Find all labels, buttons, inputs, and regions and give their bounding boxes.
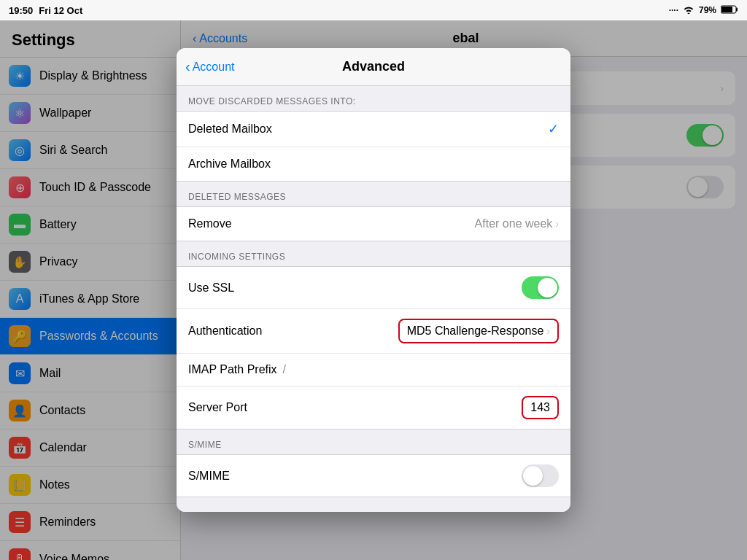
- row-remove[interactable]: Remove After one week ›: [177, 207, 570, 241]
- authentication-label: Authentication: [188, 324, 262, 338]
- remove-label: Remove: [188, 217, 232, 230]
- modal-nav: ‹ Account Advanced: [177, 48, 570, 86]
- row-deleted-mailbox[interactable]: Deleted Mailbox ✓: [177, 112, 570, 147]
- overlay: ‹ Account Advanced MOVE DISCARDED MESSAG…: [0, 0, 747, 560]
- server-port-value: 143: [530, 401, 550, 414]
- imap-path-label: IMAP Path Prefix: [188, 363, 277, 376]
- row-archive-mailbox[interactable]: Archive Mailbox: [177, 147, 570, 181]
- section-deleted-messages-header: DELETED MESSAGES: [177, 182, 570, 206]
- smime-label: S/MIME: [188, 470, 230, 483]
- imap-path-value: /: [283, 363, 286, 376]
- section-move-discarded: MOVE DISCARDED MESSAGES INTO: Deleted Ma…: [177, 86, 570, 182]
- svg-rect-1: [736, 7, 738, 11]
- svg-rect-2: [721, 7, 732, 12]
- section-incoming-group: Use SSL Authentication MD5 Challenge-Res…: [177, 266, 570, 429]
- authentication-value-highlight: MD5 Challenge-Response ›: [398, 319, 559, 343]
- row-server-port[interactable]: Server Port 143: [177, 386, 570, 429]
- remove-value-text: After one week: [475, 217, 553, 230]
- section-smime-header: S/MIME: [177, 429, 570, 454]
- row-use-ssl[interactable]: Use SSL: [177, 267, 570, 309]
- section-deleted-messages: DELETED MESSAGES Remove After one week ›: [177, 182, 570, 241]
- use-ssl-label: Use SSL: [188, 281, 234, 295]
- section-move-discarded-group: Deleted Mailbox ✓ Archive Mailbox: [177, 111, 570, 182]
- section-incoming-header: INCOMING SETTINGS: [177, 241, 570, 266]
- modal-back-button[interactable]: ‹ Account: [185, 58, 234, 75]
- advanced-modal: ‹ Account Advanced MOVE DISCARDED MESSAG…: [177, 48, 570, 512]
- status-bar: 19:50 Fri 12 Oct ···· 79%: [0, 0, 747, 20]
- ssl-toggle[interactable]: [522, 276, 559, 299]
- server-port-label: Server Port: [188, 401, 522, 414]
- modal-back-label: Account: [193, 61, 235, 74]
- section-move-discarded-header: MOVE DISCARDED MESSAGES INTO:: [177, 86, 570, 111]
- smime-toggle[interactable]: [522, 464, 559, 487]
- signal-icon: ····: [669, 5, 678, 15]
- remove-value: After one week ›: [475, 217, 559, 230]
- section-smime-group: S/MIME: [177, 454, 570, 497]
- row-authentication[interactable]: Authentication MD5 Challenge-Response ›: [177, 309, 570, 354]
- section-smime: S/MIME S/MIME: [177, 429, 570, 497]
- authentication-value-text: MD5 Challenge-Response: [407, 324, 544, 338]
- modal-back-chevron-icon: ‹: [185, 58, 190, 75]
- remove-chevron-icon: ›: [555, 218, 559, 230]
- section-deleted-messages-group: Remove After one week ›: [177, 206, 570, 241]
- modal-bottom-space: [177, 497, 570, 512]
- deleted-mailbox-label: Deleted Mailbox: [188, 122, 272, 136]
- battery-icon: [721, 5, 738, 16]
- archive-mailbox-label: Archive Mailbox: [188, 158, 271, 171]
- status-time: 19:50: [9, 5, 33, 16]
- row-imap-path[interactable]: IMAP Path Prefix /: [177, 354, 570, 386]
- wifi-icon: [683, 5, 694, 16]
- modal-title: Advanced: [342, 59, 405, 74]
- section-incoming: INCOMING SETTINGS Use SSL Authentication…: [177, 241, 570, 429]
- deleted-mailbox-checkmark: ✓: [548, 121, 559, 137]
- status-date: Fri 12 Oct: [39, 5, 82, 16]
- battery-percent: 79%: [699, 5, 716, 15]
- row-smime[interactable]: S/MIME: [177, 455, 570, 497]
- server-port-highlight: 143: [522, 396, 559, 419]
- authentication-chevron-icon: ›: [546, 325, 550, 337]
